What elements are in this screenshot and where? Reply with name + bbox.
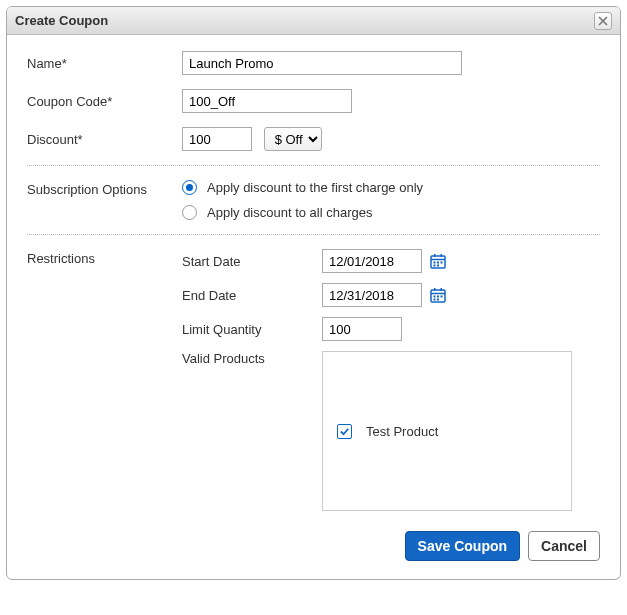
radio-selected-icon	[182, 180, 197, 195]
svg-rect-12	[441, 288, 443, 291]
start-date-row: Start Date	[182, 249, 600, 273]
svg-rect-14	[437, 296, 439, 298]
cancel-button[interactable]: Cancel	[528, 531, 600, 561]
dialog-footer: Save Coupon Cancel	[27, 531, 600, 561]
subscription-option2-label: Apply discount to all charges	[207, 205, 372, 220]
code-row: Coupon Code*	[27, 89, 600, 113]
end-date-input[interactable]	[322, 283, 422, 307]
svg-rect-6	[441, 262, 443, 264]
save-button[interactable]: Save Coupon	[405, 531, 520, 561]
svg-rect-7	[434, 265, 436, 267]
subscription-row: Subscription Options Apply discount to t…	[27, 180, 600, 220]
name-row: Name*	[27, 51, 600, 75]
divider	[27, 234, 600, 235]
valid-products-row: Valid Products Test Product	[182, 351, 600, 511]
start-date-picker-button[interactable]	[430, 253, 446, 269]
subscription-option-all[interactable]: Apply discount to all charges	[182, 205, 600, 220]
product-checkbox[interactable]	[337, 424, 352, 439]
svg-rect-13	[434, 296, 436, 298]
end-date-picker-button[interactable]	[430, 287, 446, 303]
code-label: Coupon Code*	[27, 94, 182, 109]
svg-rect-15	[441, 296, 443, 298]
svg-rect-4	[434, 262, 436, 264]
discount-label: Discount*	[27, 132, 182, 147]
discount-type-wrap: $ Off	[264, 127, 322, 151]
dialog-header: Create Coupon	[7, 7, 620, 35]
restrictions-row: Restrictions Start Date End Date	[27, 249, 600, 511]
discount-input[interactable]	[182, 127, 252, 151]
dialog-body: Name* Coupon Code* Discount* $ Off	[7, 35, 620, 579]
svg-rect-11	[434, 288, 436, 291]
restrictions-label: Restrictions	[27, 249, 182, 266]
end-date-label: End Date	[182, 288, 322, 303]
calendar-icon	[430, 253, 446, 269]
valid-products-label: Valid Products	[182, 351, 322, 366]
start-date-input[interactable]	[322, 249, 422, 273]
discount-row: Discount* $ Off	[27, 127, 600, 151]
subscription-option1-label: Apply discount to the first charge only	[207, 180, 423, 195]
limit-row: Limit Quantity	[182, 317, 600, 341]
svg-rect-3	[441, 254, 443, 257]
svg-rect-8	[437, 265, 439, 267]
svg-rect-2	[434, 254, 436, 257]
limit-input[interactable]	[322, 317, 402, 341]
create-coupon-dialog: Create Coupon Name* Coupon Code* Discoun…	[6, 6, 621, 580]
dialog-title: Create Coupon	[15, 13, 594, 28]
discount-type-select[interactable]: $ Off	[265, 128, 321, 150]
subscription-label: Subscription Options	[27, 180, 182, 197]
check-icon	[339, 426, 350, 437]
name-label: Name*	[27, 56, 182, 71]
divider	[27, 165, 600, 166]
svg-rect-17	[437, 299, 439, 301]
product-name: Test Product	[366, 424, 438, 439]
close-icon	[598, 16, 608, 26]
start-date-label: Start Date	[182, 254, 322, 269]
svg-rect-16	[434, 299, 436, 301]
end-date-row: End Date	[182, 283, 600, 307]
svg-rect-5	[437, 262, 439, 264]
name-input[interactable]	[182, 51, 462, 75]
subscription-option-first[interactable]: Apply discount to the first charge only	[182, 180, 600, 195]
radio-unselected-icon	[182, 205, 197, 220]
calendar-icon	[430, 287, 446, 303]
code-input[interactable]	[182, 89, 352, 113]
valid-products-list: Test Product	[322, 351, 572, 511]
close-button[interactable]	[594, 12, 612, 30]
limit-label: Limit Quantity	[182, 322, 322, 337]
